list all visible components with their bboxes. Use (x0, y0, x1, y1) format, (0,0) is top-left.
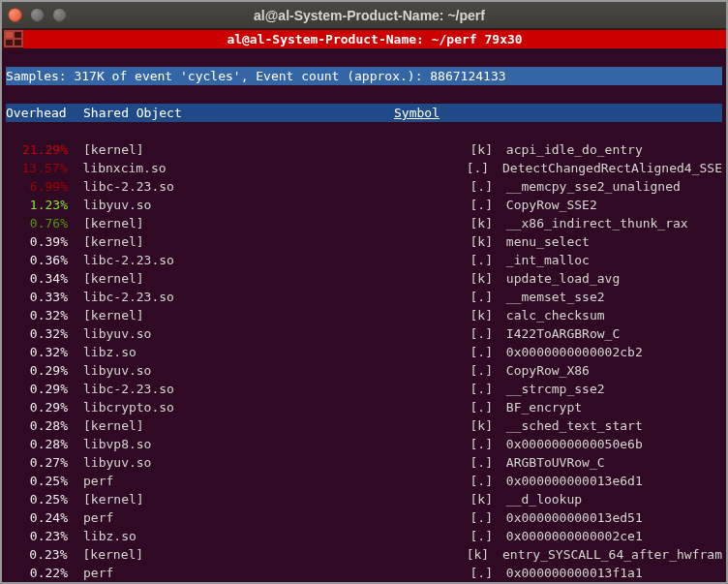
symbol: __memset_sse2 (499, 288, 605, 306)
perf-row[interactable]: 0.32%libz.so[.] 0x0000000000002cb2 (6, 343, 722, 361)
perf-row[interactable]: 0.24%perf[.] 0x000000000013ed51 (6, 508, 722, 527)
perf-row[interactable]: 0.39%[kernel][k] menu_select (6, 232, 722, 251)
perf-row[interactable]: 6.99%libc-2.23.so[.] __memcpy_sse2_unali… (6, 177, 722, 196)
col-shared-object: Shared Object (68, 104, 208, 122)
perf-row[interactable]: 0.29%libyuv.so[.] CopyRow_X86 (6, 361, 722, 380)
overhead-pct: 0.22% (6, 564, 68, 582)
tab-title: al@al-System-Product-Name: ~/perf 79x30 (227, 32, 522, 46)
col-overhead: Overhead (6, 104, 68, 122)
module-tag: [.] (391, 159, 495, 177)
symbol: 0x000000000013e6d1 (499, 472, 643, 490)
perf-row[interactable]: 0.23%[kernel][k] entry_SYSCALL_64_after_… (6, 545, 722, 564)
terminal-tab[interactable]: al@al-System-Product-Name: ~/perf 79x30 (23, 30, 726, 48)
shared-object: libc-2.23.so (68, 177, 208, 196)
shared-object: libc-2.23.so (68, 288, 208, 306)
shared-object: [kernel] (68, 545, 207, 564)
shared-object: perf (68, 472, 208, 490)
maximize-icon[interactable] (52, 8, 67, 22)
perf-row[interactable]: 0.22%perf[.] 0x000000000013f1a1 (6, 564, 722, 582)
overhead-pct: 0.29% (6, 361, 68, 380)
module-tag: [.] (394, 251, 499, 269)
overhead-pct: 13.57% (6, 159, 68, 177)
terminal-menubar: al@al-System-Product-Name: ~/perf 79x30 (2, 28, 726, 48)
perf-row[interactable]: 0.32%[kernel][k] calc_checksum (6, 306, 722, 324)
module-tag: [.] (394, 435, 499, 453)
perf-row[interactable]: 0.32%libyuv.so[.] I422ToARGBRow_C (6, 324, 722, 343)
perf-row[interactable]: 0.28%[kernel][k] __sched_text_start (6, 416, 722, 435)
perf-row[interactable]: 0.28%libvp8.so[.] 0x0000000000050e6b (6, 435, 722, 453)
perf-row[interactable]: 0.29%libc-2.23.so[.] __strcmp_sse2 (6, 380, 722, 398)
shared-object: [kernel] (68, 232, 208, 251)
perf-row[interactable]: 0.34%[kernel][k] update_load_avg (6, 269, 722, 288)
module-tag: [.] (394, 324, 499, 343)
overhead-pct: 0.32% (6, 343, 68, 361)
symbol: ARGBToUVRow_C (499, 453, 605, 472)
module-tag: [.] (394, 380, 499, 398)
module-tag: [.] (394, 196, 499, 214)
symbol: __memcpy_sse2_unaligned (499, 177, 681, 196)
symbol: DetectChangedRectAligned4_SSE (495, 159, 722, 177)
symbol: __x86_indirect_thunk_rax (499, 214, 688, 232)
shared-object: [kernel] (68, 140, 208, 159)
module-tag: [.] (394, 453, 499, 472)
shared-object: [kernel] (68, 306, 208, 324)
symbol: __strcmp_sse2 (499, 380, 605, 398)
module-tag: [k] (394, 140, 499, 159)
overhead-pct: 0.27% (6, 453, 68, 472)
perf-row[interactable]: 0.76%[kernel][k] __x86_indirect_thunk_ra… (6, 214, 722, 232)
module-tag: [k] (391, 545, 495, 564)
symbol: 0x0000000000050e6b (499, 435, 643, 453)
perf-row[interactable]: 0.23%libz.so[.] 0x0000000000002ce1 (6, 527, 722, 545)
perf-row[interactable]: 0.36%libc-2.23.so[.] _int_malloc (6, 251, 722, 269)
close-icon[interactable] (8, 8, 22, 22)
overhead-pct: 0.23% (6, 545, 68, 564)
symbol: update_load_avg (499, 269, 620, 288)
shared-object: libyuv.so (68, 453, 208, 472)
module-tag: [.] (394, 361, 499, 380)
shared-object: libyuv.so (68, 196, 208, 214)
overhead-pct: 0.23% (6, 527, 68, 545)
overhead-pct: 0.32% (6, 306, 68, 324)
module-tag: [k] (394, 306, 499, 324)
shared-object: [kernel] (68, 214, 208, 232)
overhead-pct: 0.25% (6, 490, 68, 508)
overhead-pct: 0.24% (6, 508, 68, 527)
symbol: calc_checksum (499, 306, 605, 324)
overhead-pct: 21.29% (6, 140, 68, 159)
overhead-pct: 0.28% (6, 416, 68, 435)
symbol: __sched_text_start (499, 416, 643, 435)
overhead-pct: 0.76% (6, 214, 68, 232)
module-tag: [k] (394, 214, 499, 232)
perf-row[interactable]: 0.29%libcrypto.so[.] BF_encrypt (6, 398, 722, 416)
overhead-pct: 6.99% (6, 177, 68, 196)
symbol: CopyRow_SSE2 (499, 196, 597, 214)
perf-row[interactable]: 0.33%libc-2.23.so[.] __memset_sse2 (6, 288, 722, 306)
perf-row[interactable]: 0.27%libyuv.so[.] ARGBToUVRow_C (6, 453, 722, 472)
perf-row[interactable]: 0.25%[kernel][k] __d_lookup (6, 490, 722, 508)
perf-row[interactable]: 0.25%perf[.] 0x000000000013e6d1 (6, 472, 722, 490)
module-tag: [.] (394, 343, 499, 361)
symbol: _int_malloc (499, 251, 590, 269)
shared-object: libc-2.23.so (68, 380, 208, 398)
overhead-pct: 0.25% (6, 472, 68, 490)
launcher-icon[interactable] (4, 30, 23, 47)
overhead-pct: 0.34% (6, 269, 68, 288)
perf-row[interactable]: 13.57%libnxcim.so[.] DetectChangedRectAl… (6, 159, 722, 177)
symbol: 0x0000000000002cb2 (499, 343, 643, 361)
shared-object: libvp8.so (68, 435, 208, 453)
module-tag: [.] (394, 288, 499, 306)
shared-object: libyuv.so (68, 324, 208, 343)
minimize-icon[interactable] (30, 8, 45, 22)
symbol: entry_SYSCALL_64_after_hwfram (495, 545, 722, 564)
module-tag: [.] (394, 564, 499, 582)
module-tag: [.] (394, 177, 499, 196)
shared-object: perf (68, 508, 208, 527)
symbol: 0x0000000000002ce1 (499, 527, 643, 545)
perf-row[interactable]: 1.23%libyuv.so[.] CopyRow_SSE2 (6, 196, 722, 214)
overhead-pct: 0.39% (6, 232, 68, 251)
terminal-output[interactable]: Samples: 317K of event 'cycles', Event c… (2, 48, 726, 582)
perf-row[interactable]: 21.29%[kernel][k] acpi_idle_do_entry (6, 140, 722, 159)
shared-object: libcrypto.so (68, 398, 208, 416)
shared-object: libyuv.so (68, 361, 208, 380)
overhead-pct: 1.23% (6, 196, 68, 214)
